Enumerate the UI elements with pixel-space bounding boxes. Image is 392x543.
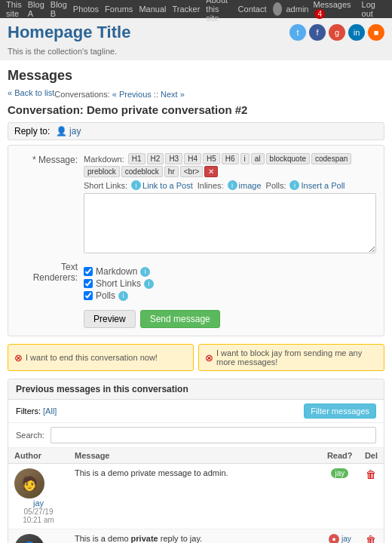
google-icon[interactable]: g: [329, 24, 345, 41]
social-icons: t f g in ■: [289, 24, 384, 41]
toolbar-hr[interactable]: hr: [164, 166, 179, 177]
conversation-title: Conversation: Demo private conversation …: [8, 103, 384, 116]
prev-messages-section: Previous messages in this conversation F…: [8, 379, 384, 543]
toolbar-h2[interactable]: H2: [147, 153, 164, 164]
nav-photos[interactable]: Photos: [73, 5, 99, 14]
text-renderers-list: Markdown i Short Links i Polls i: [84, 266, 154, 302]
reply-to-user-link[interactable]: jay: [69, 126, 81, 137]
message-text-1: This is a demo private message to admin.: [69, 464, 321, 529]
block-user-label: I want to block jay from sending me any …: [216, 348, 378, 367]
shortlinks-info-icon[interactable]: i: [131, 180, 141, 190]
toolbar-blockquote[interactable]: blockquote: [266, 153, 310, 164]
polls-renderer-info-icon[interactable]: i: [118, 291, 128, 301]
warnings-area: ⊗ I want to end this conversation now! ⊗…: [8, 344, 384, 371]
end-conversation-warning: ⊗ I want to end this conversation now!: [8, 344, 194, 371]
site-title[interactable]: Homepage Title: [8, 23, 130, 42]
nav-manual[interactable]: Manual: [139, 5, 166, 14]
user-area: admin Messages 4 Log out: [273, 0, 386, 18]
shortlinks-checkbox[interactable]: [84, 279, 93, 288]
twitter-icon[interactable]: t: [289, 24, 306, 41]
col-message: Message: [69, 448, 321, 464]
polls-label: Polls:: [266, 181, 286, 190]
next-conversation[interactable]: Next »: [161, 90, 185, 99]
image-link[interactable]: image: [239, 181, 262, 190]
send-message-button[interactable]: Send message: [140, 310, 220, 328]
message-field: Markdown: H1 H2 H3 H4 H5 H6 i al blockqu…: [84, 153, 376, 256]
shortlinks-renderer-info-icon[interactable]: i: [144, 279, 154, 289]
user-avatar: [273, 2, 282, 16]
avatar-jay: 🧑: [14, 468, 44, 499]
warning-icon-2: ⊗: [205, 352, 213, 364]
text-renderers-label: Text Renderers:: [16, 260, 84, 302]
text-renderers-row: Text Renderers: Markdown i Short Links i…: [16, 260, 376, 302]
shortlinks-renderer-label: Short Links: [96, 278, 141, 289]
filter-messages-button[interactable]: Filter messages: [304, 403, 376, 419]
author-name-1: jay: [14, 499, 63, 508]
link-to-post[interactable]: Link to a Post: [142, 181, 193, 190]
logout-link[interactable]: Log out: [362, 0, 380, 18]
shortlinks-label: Short Links:: [84, 181, 127, 190]
nav-forums[interactable]: Forums: [105, 5, 133, 14]
toolbar-h6[interactable]: H6: [222, 153, 239, 164]
rss-icon[interactable]: ■: [368, 24, 384, 41]
author-date-1: 05/27/19: [14, 508, 63, 516]
del-cell-1: 🗑: [359, 464, 384, 529]
toolbar-row2: Short Links: i Link to a Post Inlines: i…: [84, 180, 376, 190]
messages-link[interactable]: Messages 4: [313, 0, 351, 18]
reply-to-bar: Reply to: 👤 jay: [8, 122, 384, 140]
toolbar-preblock[interactable]: preblock: [84, 166, 120, 177]
renderer-markdown[interactable]: Markdown i: [84, 266, 154, 277]
inlines-info-icon[interactable]: i: [228, 180, 237, 190]
markdown-info-icon[interactable]: i: [140, 267, 150, 277]
toolbar-row1: Markdown: H1 H2 H3 H4 H5 H6 i al blockqu…: [84, 153, 376, 177]
toolbar-br[interactable]: <br>: [180, 166, 204, 177]
toolbar-h1[interactable]: H1: [128, 153, 145, 164]
end-conversation-label: I want to end this conversation now!: [26, 353, 158, 362]
insert-poll[interactable]: Insert a Poll: [301, 181, 345, 190]
message-label: * Message:: [16, 153, 84, 256]
toolbar-codeblock[interactable]: codeblock: [121, 166, 163, 177]
toolbar-codespan[interactable]: codespan: [311, 153, 351, 164]
filters-all-link[interactable]: [All]: [43, 406, 57, 416]
search-label: Search:: [16, 431, 44, 440]
delete-icon-2[interactable]: 🗑: [366, 534, 376, 543]
message-row: * Message: Markdown: H1 H2 H3 H4 H5 H6 i…: [16, 153, 376, 256]
search-input[interactable]: [51, 427, 376, 443]
toolbar-h3[interactable]: H3: [165, 153, 182, 164]
messages-table: Author Message Read? Del 🧑 jay 05/27/19 …: [8, 448, 384, 543]
message-textarea[interactable]: [84, 193, 376, 253]
nav-about[interactable]: About this site: [206, 0, 231, 23]
form-actions: Preview Send message: [16, 310, 376, 328]
warning-icon-1: ⊗: [14, 352, 23, 364]
nav-blog-a[interactable]: Blog A: [28, 0, 44, 18]
toolbar-h5[interactable]: H5: [203, 153, 220, 164]
toolbar-close[interactable]: ✕: [204, 166, 218, 177]
toolbar-al[interactable]: al: [251, 153, 265, 164]
linkedin-icon[interactable]: in: [348, 24, 365, 41]
block-user-warning: ⊗ I want to block jay from sending me an…: [198, 344, 384, 371]
author-time-1: 10:21 am: [14, 516, 63, 524]
back-to-list[interactable]: « Back to list: [8, 88, 54, 97]
read-user-2: jay: [341, 535, 351, 543]
nav-contact[interactable]: Contact: [238, 5, 267, 14]
markdown-checkbox[interactable]: [84, 267, 93, 276]
polls-checkbox[interactable]: [84, 291, 93, 300]
toolbar-italic[interactable]: i: [240, 153, 250, 164]
prev-conversation[interactable]: « Previous: [112, 90, 152, 99]
read-badge-1: jay: [331, 468, 348, 478]
filters-row: Filters: [All] Filter messages: [8, 400, 384, 423]
facebook-icon[interactable]: f: [309, 24, 326, 41]
top-navigation: This site Blog A Blog B Photos Forums Ma…: [0, 0, 392, 18]
nav-blog-b[interactable]: Blog B: [51, 0, 67, 18]
author-cell-2: 👤 admin 05/27/19 10:21 am: [8, 529, 69, 544]
delete-icon-1[interactable]: 🗑: [366, 468, 376, 480]
read-cell-1: jay: [321, 464, 359, 529]
polls-info-icon[interactable]: i: [289, 180, 299, 190]
renderer-polls[interactable]: Polls i: [84, 290, 154, 301]
nav-this-site[interactable]: This site: [6, 0, 22, 18]
back-link: « Back to list: [8, 88, 54, 97]
preview-button[interactable]: Preview: [84, 310, 136, 328]
toolbar-h4[interactable]: H4: [184, 153, 201, 164]
nav-tracker[interactable]: Tracker: [172, 5, 200, 14]
renderer-shortlinks[interactable]: Short Links i: [84, 278, 154, 289]
